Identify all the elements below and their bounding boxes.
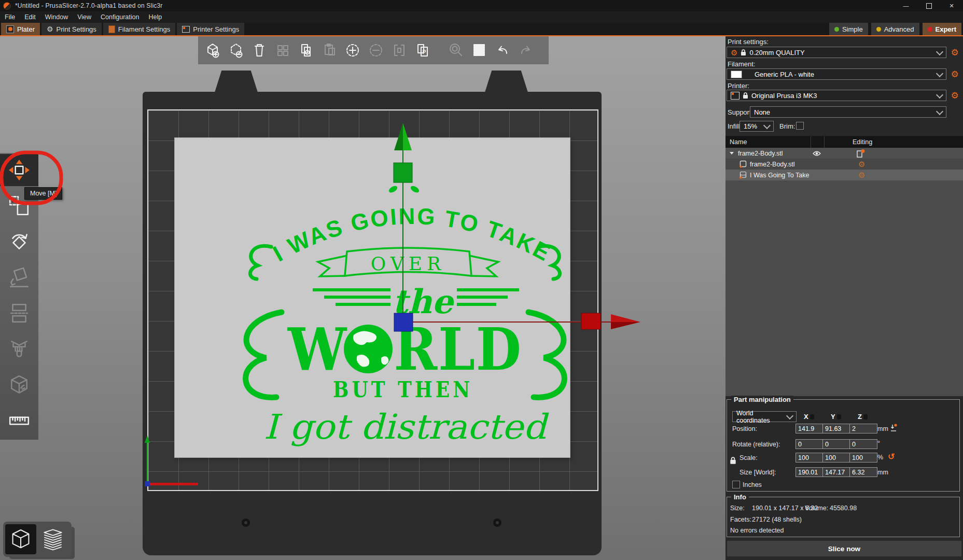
minimize-button[interactable]: — xyxy=(895,0,917,11)
svg-part-settings-gear-icon[interactable]: ⚙ xyxy=(858,171,865,179)
supports-select[interactable]: None xyxy=(750,106,946,118)
filament-value: Generic PLA - white xyxy=(755,71,814,78)
paste-button[interactable] xyxy=(319,40,340,61)
rotate-unit: ° xyxy=(877,440,880,447)
position-z-input[interactable] xyxy=(849,424,877,433)
collapse-caret-icon[interactable] xyxy=(730,152,734,155)
search-button[interactable] xyxy=(445,40,466,61)
part-manipulation-panel: Part manipulation World coordinates X Y … xyxy=(727,399,960,492)
seam-painting-tool[interactable] xyxy=(0,369,38,401)
add-object-button[interactable] xyxy=(202,40,223,61)
volume-row-frame2-body[interactable]: frame2-Body.stl ⚙ xyxy=(725,159,963,170)
menu-configuration[interactable]: Configuration xyxy=(96,11,144,23)
mode-advanced[interactable]: Advanced xyxy=(871,23,919,35)
object-editing-icon[interactable] xyxy=(857,149,865,158)
close-button[interactable]: ✕ xyxy=(940,0,963,11)
svg-part-row-label: I Was Going To Take xyxy=(750,172,809,179)
rotate-tool[interactable] xyxy=(0,226,38,258)
drop-to-bed-icon[interactable] xyxy=(890,424,897,432)
preview-view-button[interactable] xyxy=(37,524,68,554)
delete-object-button[interactable] xyxy=(226,40,246,61)
delete-all-button[interactable] xyxy=(249,40,270,61)
mode-advanced-label: Advanced xyxy=(884,25,914,33)
rotate-z-input[interactable] xyxy=(849,439,877,449)
mode-expert[interactable]: Expert xyxy=(923,23,961,35)
tab-filament-settings[interactable]: Filament Settings xyxy=(103,23,175,35)
edit-print-settings-button[interactable]: ⚙ xyxy=(950,47,960,58)
advanced-dot-icon xyxy=(876,27,881,32)
gizmo-right-cone[interactable] xyxy=(611,314,640,322)
position-x-input[interactable] xyxy=(795,424,824,433)
uniform-scale-lock-icon[interactable] xyxy=(730,457,736,465)
simple-dot-icon xyxy=(834,27,839,32)
slice-now-button[interactable]: Slice now xyxy=(727,540,962,557)
scale-z-input[interactable] xyxy=(849,453,877,463)
info-status: No errors detected xyxy=(730,527,784,534)
reset-scale-icon[interactable]: ↺ xyxy=(888,452,895,461)
size-x-input[interactable] xyxy=(795,467,824,477)
svg-text:SVG: SVG xyxy=(740,173,746,176)
editor-view-button[interactable] xyxy=(5,524,36,554)
filament-select[interactable]: Generic PLA - white xyxy=(727,68,946,80)
scale-unit: % xyxy=(877,454,883,461)
object-row-frame2-body[interactable]: frame2-Body.stl xyxy=(725,148,963,159)
menu-window[interactable]: Window xyxy=(40,11,73,23)
coordinates-value: World coordinates xyxy=(736,410,784,424)
3d-viewport[interactable]: I WAS GOING TO TAKE OVER the xyxy=(0,36,725,560)
mode-expert-label: Expert xyxy=(936,25,956,33)
tab-plater[interactable]: Plater xyxy=(1,23,40,35)
size-z-input[interactable] xyxy=(849,467,877,477)
size-y-input[interactable] xyxy=(822,467,850,477)
edit-printer-button[interactable]: ⚙ xyxy=(950,90,960,101)
split-to-objects-button[interactable] xyxy=(389,40,410,61)
undo-button[interactable] xyxy=(492,40,513,61)
lock-icon xyxy=(743,92,748,99)
redo-button[interactable] xyxy=(515,40,536,61)
edit-filament-button[interactable]: ⚙ xyxy=(950,69,960,79)
paint-supports-tool[interactable] xyxy=(0,333,38,365)
volume-settings-gear-icon[interactable]: ⚙ xyxy=(858,160,865,168)
measure-tool[interactable] xyxy=(0,404,38,437)
mode-simple[interactable]: Simple xyxy=(829,23,868,35)
tab-print-settings[interactable]: ⚙ Print Settings xyxy=(41,23,102,35)
view-switcher xyxy=(3,522,72,557)
profile-gear-icon: ⚙ xyxy=(731,49,737,57)
filament-spool-icon xyxy=(108,25,115,33)
scale-y-input[interactable] xyxy=(822,453,850,463)
eye-visible-icon[interactable] xyxy=(813,150,821,157)
printer-mini-icon xyxy=(731,92,739,100)
menu-help[interactable]: Help xyxy=(144,11,166,23)
svg-part-row-selected[interactable]: SVG I Was Going To Take ⚙ xyxy=(725,170,963,180)
info-title: Info xyxy=(731,493,749,501)
infill-select[interactable]: 15% xyxy=(739,121,774,132)
coordinates-select[interactable]: World coordinates xyxy=(732,411,797,422)
menu-view[interactable]: View xyxy=(73,11,96,23)
place-on-face-tool[interactable] xyxy=(0,261,38,293)
rotate-y-input[interactable] xyxy=(822,439,850,449)
maximize-button[interactable] xyxy=(917,0,940,11)
object-row-label: frame2-Body.stl xyxy=(738,150,783,157)
scale-x-input[interactable] xyxy=(795,453,824,463)
size-unit: mm xyxy=(877,469,888,476)
menu-edit[interactable]: Edit xyxy=(20,11,40,23)
cut-tool[interactable] xyxy=(0,297,38,329)
brim-checkbox[interactable] xyxy=(796,122,804,130)
plate-ear-right xyxy=(485,71,528,92)
menu-file[interactable]: File xyxy=(0,11,20,23)
move-tool[interactable] xyxy=(0,154,38,186)
printer-select[interactable]: Original Prusa i3 MK3 xyxy=(727,90,946,101)
add-instance-button[interactable] xyxy=(342,40,363,61)
info-facets-value: 27172 (48 shells) xyxy=(752,516,802,523)
tab-printer-settings[interactable]: Printer Settings xyxy=(177,23,244,35)
arrange-button[interactable] xyxy=(272,40,293,61)
svg-part-icon: SVG xyxy=(739,171,747,179)
info-panel: Info Size: 190.01 x 147.17 x 6.32 Volume… xyxy=(727,497,960,537)
inches-checkbox[interactable] xyxy=(732,481,740,488)
print-settings-select[interactable]: ⚙ 0.20mm QUALITY xyxy=(727,47,946,58)
split-to-parts-button[interactable]: P xyxy=(412,40,433,61)
rotate-x-input[interactable] xyxy=(795,439,824,449)
variable-layer-height-button[interactable] xyxy=(469,40,490,61)
position-y-input[interactable] xyxy=(822,424,850,433)
copy-button[interactable] xyxy=(296,40,316,61)
remove-instance-button[interactable] xyxy=(366,40,386,61)
